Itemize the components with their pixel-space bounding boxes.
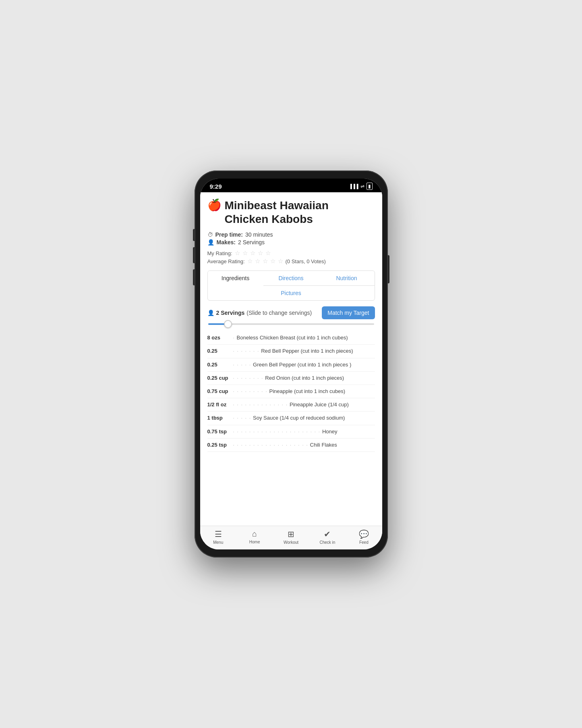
nav-icon-menu: ☰ xyxy=(215,529,222,539)
servings-row: 👤 2 Servings (Slide to change servings) … xyxy=(207,306,375,319)
status-time: 9:29 xyxy=(210,183,222,190)
ingredient-dots: · · · · · · · · · · · · · · · · · · · · … xyxy=(233,429,321,435)
ingredient-row: 0.75 cup · · · · · · · · · Pineapple (cu… xyxy=(207,385,375,398)
ingredient-name: Honey xyxy=(322,428,375,435)
recipe-title: Minibeast Hawaiian Chicken Kabobs xyxy=(225,199,375,226)
ingredient-dots: · · · · · · · · · · · · · · · · · · · xyxy=(233,442,309,448)
power-button xyxy=(388,255,389,283)
volume-up-button xyxy=(193,247,195,263)
nav-icon-home: ⌂ xyxy=(252,529,257,539)
nav-item-check-in[interactable]: ✔Check in xyxy=(309,529,346,545)
ingredient-row: 0.75 tsp · · · · · · · · · · · · · · · ·… xyxy=(207,425,375,439)
ingredient-name: Green Bell Pepper (cut into 1 inch piece… xyxy=(253,361,375,368)
nav-item-workout[interactable]: ⊞Workout xyxy=(273,529,309,545)
ingredient-row: 1/2 fl oz · · · · · · · · · · · · · · Pi… xyxy=(207,398,375,412)
ingredient-amount: 8 ozs xyxy=(207,334,232,341)
makes-label: Makes: xyxy=(217,239,236,245)
ingredient-amount: 1 tbsp xyxy=(207,414,232,422)
star-2[interactable]: ☆ xyxy=(242,250,248,257)
tab-pictures[interactable]: Pictures xyxy=(208,286,375,300)
clock-icon: ⏱ xyxy=(207,231,213,238)
servings-info: 👤 2 Servings (Slide to change servings) xyxy=(207,310,312,316)
ingredient-amount: 0.25 xyxy=(207,347,232,355)
phone-device: 9:29 ▐▐▐ ⇌ ▮ 🍎 Minibeast Hawaiian Chicke… xyxy=(195,171,388,557)
nav-item-menu[interactable]: ☰Menu xyxy=(200,529,236,545)
ratings-section: My Rating: ☆ ☆ ☆ ☆ ☆ Average Rating: ☆ ☆… xyxy=(207,250,375,265)
nav-label-menu: Menu xyxy=(213,540,223,545)
my-rating-label: My Rating: xyxy=(207,250,232,256)
ingredient-dots: · · · · · · · · xyxy=(233,375,264,381)
nav-icon-feed: 💬 xyxy=(359,529,369,539)
status-bar: 9:29 ▐▐▐ ⇌ ▮ xyxy=(200,179,382,192)
phone-screen: 9:29 ▐▐▐ ⇌ ▮ 🍎 Minibeast Hawaiian Chicke… xyxy=(200,179,382,549)
ingredient-dots: · · · · · · · · · · · · · · xyxy=(233,402,288,408)
nav-label-home: Home xyxy=(249,540,260,544)
recipe-meta: ⏱ Prep time: 30 minutes 👤 Makes: 2 Servi… xyxy=(207,231,375,245)
ingredient-dots: · · · · · xyxy=(233,362,252,368)
avg-star-4: ☆ xyxy=(270,258,275,265)
ingredient-name: Boneless Chicken Breast (cut into 1 inch… xyxy=(237,334,375,341)
volume-down-button xyxy=(193,269,195,285)
ingredient-name: Chili Flakes xyxy=(310,441,375,449)
wifi-icon: ⇌ xyxy=(360,183,365,189)
servings-hint: (Slide to change servings) xyxy=(246,310,312,316)
star-1[interactable]: ☆ xyxy=(235,250,240,257)
star-5[interactable]: ☆ xyxy=(265,250,271,257)
silent-button xyxy=(193,229,195,241)
ingredient-dots: · xyxy=(233,335,235,341)
tabs-row-1: Ingredients Directions Nutrition xyxy=(208,271,375,286)
ingredient-row: 8 ozs · Boneless Chicken Breast (cut int… xyxy=(207,331,375,345)
ingredient-amount: 0.75 cup xyxy=(207,388,232,395)
tab-directions[interactable]: Directions xyxy=(263,271,319,286)
servings-count: 2 Servings xyxy=(216,310,245,316)
nav-label-workout: Workout xyxy=(284,540,298,545)
match-target-button[interactable]: Match my Target xyxy=(322,306,375,319)
status-icons: ▐▐▐ ⇌ ▮ xyxy=(349,183,372,190)
recipe-food-icon: 🍎 xyxy=(207,200,222,211)
star-3[interactable]: ☆ xyxy=(250,250,255,257)
avg-star-5: ☆ xyxy=(278,258,283,265)
slider-thumb[interactable] xyxy=(224,320,232,328)
servings-person-icon: 👤 xyxy=(207,310,214,316)
avg-star-2: ☆ xyxy=(255,258,260,265)
tabs-row-2: Pictures xyxy=(208,286,375,300)
star-4[interactable]: ☆ xyxy=(258,250,263,257)
signal-icon: ▐▐▐ xyxy=(349,184,358,189)
nav-icon-workout: ⊞ xyxy=(288,529,294,539)
nav-item-feed[interactable]: 💬Feed xyxy=(346,529,382,545)
slider-track xyxy=(208,323,374,325)
bottom-navigation: ☰Menu⌂Home⊞Workout✔Check in💬Feed xyxy=(200,526,382,549)
ingredient-row: 0.25 cup · · · · · · · · Red Onion (cut … xyxy=(207,372,375,385)
avg-rating-row: Average Rating: ☆ ☆ ☆ ☆ ☆ (0 Stars, 0 Vo… xyxy=(207,258,375,265)
ingredient-name: Pineapple (cut into 1 inch cubes) xyxy=(269,388,375,395)
tab-nutrition[interactable]: Nutrition xyxy=(319,271,375,286)
prep-time-label: Prep time: xyxy=(215,231,243,238)
battery-icon: ▮ xyxy=(367,183,373,190)
ingredient-name: Soy Sauce (1/4 cup of reduced sodium) xyxy=(253,414,375,422)
ingredient-row: 0.25 tsp · · · · · · · · · · · · · · · ·… xyxy=(207,439,375,452)
person-icon: 👤 xyxy=(207,239,214,245)
nav-icon-check-in: ✔ xyxy=(324,529,331,539)
nav-label-check-in: Check in xyxy=(319,540,335,545)
avg-rating-label: Average Rating: xyxy=(207,258,245,264)
ingredient-amount: 0.75 tsp xyxy=(207,428,232,435)
ingredient-amount: 0.25 tsp xyxy=(207,441,232,449)
tab-ingredients[interactable]: Ingredients xyxy=(208,271,263,286)
makes-value: 2 Servings xyxy=(238,239,265,245)
prep-time-row: ⏱ Prep time: 30 minutes xyxy=(207,231,375,238)
nav-item-home[interactable]: ⌂Home xyxy=(236,529,273,545)
avg-star-3: ☆ xyxy=(263,258,268,265)
avg-rating-info: (0 Stars, 0 Votes) xyxy=(286,258,326,264)
ingredient-name: Pineapple Juice (1/4 cup) xyxy=(290,401,375,408)
servings-slider[interactable] xyxy=(207,323,375,325)
ingredient-dots: · · · · · · · xyxy=(233,348,260,354)
ingredient-row: 1 tbsp · · · · · Soy Sauce (1/4 cup of r… xyxy=(207,412,375,425)
ingredients-list: 8 ozs · Boneless Chicken Breast (cut int… xyxy=(207,331,375,455)
my-rating-row: My Rating: ☆ ☆ ☆ ☆ ☆ xyxy=(207,250,375,257)
ingredient-row: 0.25 · · · · · Green Bell Pepper (cut in… xyxy=(207,358,375,372)
recipe-header: 🍎 Minibeast Hawaiian Chicken Kabobs xyxy=(207,199,375,226)
ingredient-row: 0.25 · · · · · · · Red Bell Pepper (cut … xyxy=(207,345,375,358)
ingredient-amount: 0.25 cup xyxy=(207,374,232,382)
ingredient-name: Red Bell Pepper (cut into 1 inch pieces) xyxy=(261,347,375,355)
makes-row: 👤 Makes: 2 Servings xyxy=(207,239,375,245)
